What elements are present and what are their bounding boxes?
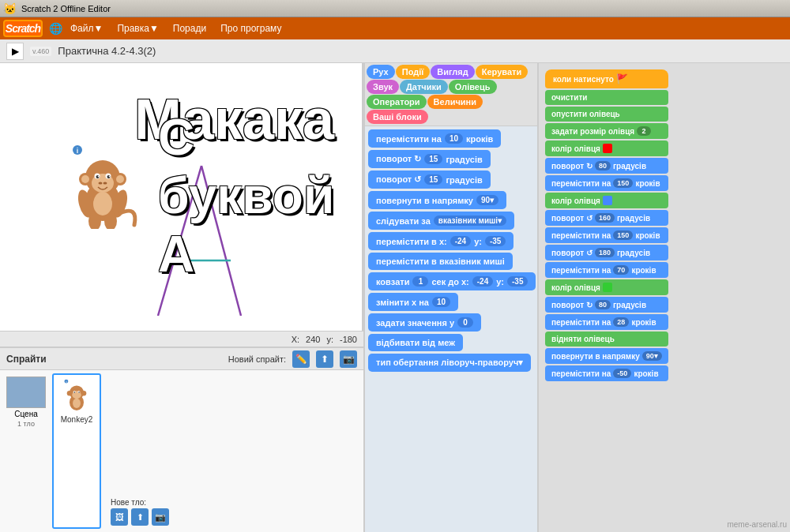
cat-data[interactable]: Величини — [427, 95, 483, 109]
sprites-header: Спрайти Новий спрайт: ✏️ ⬆ 📷 — [0, 348, 363, 370]
svg-point-22 — [93, 192, 112, 215]
cat-sensing[interactable]: Датчики — [400, 80, 448, 94]
svg-point-17 — [116, 175, 124, 183]
pen-color-red-block[interactable]: колір олівця — [545, 140, 668, 156]
scripts-content: коли натиснуто 🚩 очистити опустити оліве… — [539, 63, 790, 532]
pen-color-blue-block[interactable]: колір олівця — [545, 193, 668, 208]
move-150-1[interactable]: перемістити на 150 кроків — [545, 175, 668, 191]
menu-edit[interactable]: Правка▼ — [111, 20, 164, 37]
x-label: X: — [292, 335, 299, 344]
block-bounce[interactable]: відбивати від меж — [368, 334, 463, 351]
svg-point-33 — [67, 391, 73, 396]
stage: i Макака С буквой А — [0, 63, 363, 332]
set-pen-size-block[interactable]: задати розмір олівця 2 — [545, 123, 668, 139]
project-icon: ▶ — [6, 43, 24, 60]
menubar: Scratch 🌐 Файл▼ Правка▼ Поради Про прогр… — [0, 17, 790, 39]
cat-events[interactable]: Події — [396, 65, 431, 79]
svg-point-13 — [103, 182, 107, 185]
event-flag-block[interactable]: коли натиснуто 🚩 — [545, 69, 668, 88]
move-70[interactable]: перемістити на 70 кроків — [545, 262, 668, 278]
menu-file[interactable]: Файл▼ — [64, 20, 109, 37]
svg-point-31 — [78, 392, 80, 393]
cat-control[interactable]: Керувати — [476, 65, 528, 79]
block-set-y[interactable]: задати значення у 0 — [368, 313, 481, 332]
cat-looks[interactable]: Вигляд — [431, 65, 474, 79]
titlebar: 🐱 Scratch 2 Offline Editor — [0, 0, 790, 17]
svg-point-34 — [81, 391, 87, 396]
block-rotation-style[interactable]: тип обертання ліворуч-праворуч▾ — [368, 354, 531, 372]
upload-bg-btn[interactable]: ⬆ — [131, 508, 149, 526]
svg-text:i: i — [77, 147, 79, 155]
scratch-logo: Scratch — [3, 20, 43, 37]
svg-text:i: i — [66, 380, 66, 384]
sprites-title: Спрайти — [6, 354, 47, 365]
menu-about[interactable]: Про програму — [214, 20, 288, 37]
svg-point-15 — [81, 175, 89, 183]
pen-color-green-block[interactable]: колір олівця — [545, 279, 668, 295]
svg-point-11 — [109, 176, 111, 178]
camera-sprite-btn[interactable]: 📷 — [340, 350, 357, 368]
paint-sprite-btn[interactable]: ✏️ — [292, 350, 310, 368]
category-tabs: Рух Події Вигляд Керувати Звук Датчики О… — [365, 63, 537, 126]
svg-point-32 — [73, 399, 81, 408]
scene-sprite: Сцена 1 тло — [3, 373, 49, 529]
background-tools: 🖼 ⬆ 📷 — [111, 508, 169, 526]
cat-myblocks[interactable]: Ваші блоки — [367, 110, 428, 124]
cat-sound[interactable]: Звук — [367, 80, 399, 94]
turn-right-80[interactable]: поворот ↻ 80 градусів — [545, 158, 668, 174]
turn-right-80-2[interactable]: поворот ↻ 80 градусів — [545, 297, 668, 313]
block-goto-mouse[interactable]: перемістити в вказівник миші — [368, 253, 513, 270]
block-goto-xy[interactable]: перемістити в x: -24 y: -35 — [368, 232, 514, 250]
pen-up-block[interactable]: відняти олівець — [545, 332, 668, 347]
main-layout: i Макака С буквой А X: 240 y: -180 Спрай… — [0, 63, 790, 532]
svg-point-30 — [74, 392, 76, 393]
monkey-name: Monkey2 — [61, 415, 93, 424]
cat-pen[interactable]: Олівець — [449, 80, 497, 94]
new-sprite-label: Новий спрайт: — [228, 354, 286, 364]
upload-sprite-btn[interactable]: ⬆ — [316, 350, 333, 368]
turn-left-180[interactable]: поворот ↺ 180 градусів — [545, 245, 668, 260]
stage-area: i Макака С буквой А X: 240 y: -180 Спрай… — [0, 63, 363, 532]
turn-left-160[interactable]: поворот ↺ 160 градусів — [545, 210, 668, 226]
x-value: 240 — [306, 335, 320, 344]
block-change-x[interactable]: змінити х на 10 — [368, 293, 458, 311]
cat-operators[interactable]: Оператори — [367, 95, 427, 109]
svg-point-10 — [98, 176, 100, 178]
scene-label: Сцена — [14, 410, 37, 418]
version-badge: v.460 — [30, 47, 51, 56]
blocks-palette: Рух Події Вигляд Керувати Звук Датчики О… — [363, 63, 537, 532]
y-label: y: — [326, 335, 333, 344]
block-glide[interactable]: ковзати 1 сек до x: -24 y: -35 — [368, 272, 536, 290]
block-turn-right[interactable]: поворот ↻ 15 градусів — [368, 150, 491, 168]
move-150-2[interactable]: перемістити на 150 кроків — [545, 227, 668, 243]
move-28[interactable]: перемістити на 28 кроків — [545, 314, 668, 330]
svg-point-12 — [99, 182, 103, 185]
clear-block[interactable]: очистити — [545, 90, 668, 105]
point-dir-90[interactable]: повернути в напрямку 90▾ — [545, 348, 668, 364]
globe-icon[interactable]: 🌐 — [49, 22, 62, 35]
cat-motion[interactable]: Рух — [367, 65, 395, 79]
menu-tips[interactable]: Поради — [167, 20, 213, 37]
new-background-section: Нове тло: 🖼 ⬆ 📷 — [107, 495, 172, 529]
block-turn-left[interactable]: поворот ↺ 15 градусів — [368, 170, 491, 189]
move-neg-50[interactable]: перемістити на -50 кроків — [545, 365, 668, 381]
monkey-sprite: i — [63, 142, 142, 229]
block-point-towards[interactable]: слідувати за вказівник миші▾ — [368, 212, 514, 230]
scripts-area: коли натиснуто 🚩 очистити опустити оліве… — [537, 63, 790, 532]
app-icon: 🐱 — [3, 2, 17, 15]
block-point-dir[interactable]: повернути в напрямку 90▾ — [368, 191, 506, 209]
scene-box[interactable] — [6, 377, 46, 408]
sprites-panel: Спрайти Новий спрайт: ✏️ ⬆ 📷 Сцена 1 тло — [0, 347, 363, 532]
new-background-label: Нове тло: — [111, 498, 169, 507]
watermark: meme-arsenal.ru — [727, 520, 787, 529]
stage-coords: X: 240 y: -180 — [0, 332, 363, 347]
block-move[interactable]: перемістити на 10 кроків — [368, 129, 501, 148]
monkey-sprite-item[interactable]: i Monkey2 — [52, 373, 101, 529]
main-script: коли натиснуто 🚩 очистити опустити оліве… — [545, 69, 668, 381]
camera-bg-btn[interactable]: 📷 — [152, 508, 169, 526]
titlebar-text: Scratch 2 Offline Editor — [21, 4, 111, 13]
scene-sublabel: 1 тло — [17, 420, 35, 428]
sprites-content: Сцена 1 тло — [0, 370, 363, 532]
pen-down-block[interactable]: опустити олівець — [545, 107, 668, 122]
paint-bg-btn[interactable]: 🖼 — [111, 508, 128, 526]
